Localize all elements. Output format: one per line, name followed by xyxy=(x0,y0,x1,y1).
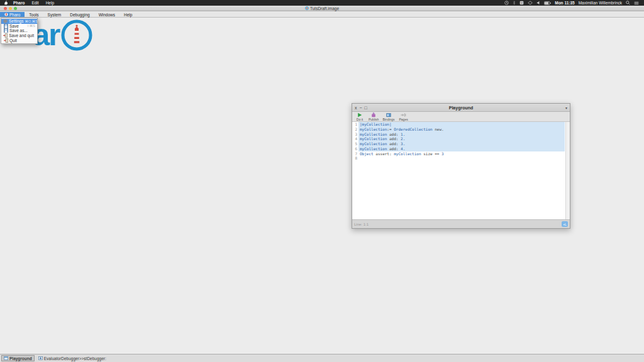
playground-window-menu-icon[interactable]: ▾ xyxy=(530,106,567,110)
line-number: 2 xyxy=(352,127,358,132)
notification-center-icon[interactable] xyxy=(634,1,639,5)
menu-item-save[interactable]: Save⇧⌘S xyxy=(1,24,37,29)
time-machine-icon[interactable] xyxy=(504,1,509,5)
macos-menu-edit[interactable]: Edit xyxy=(31,0,38,6)
code-token: myCollection xyxy=(360,127,387,131)
spotlight-search-icon[interactable] xyxy=(626,1,630,5)
minimize-window-button[interactable] xyxy=(9,7,12,10)
code-token: OrderedCollection xyxy=(394,127,432,131)
menubar-item-label: Tools xyxy=(29,13,38,17)
menubar-clock[interactable]: Mon 11:35 xyxy=(555,0,574,6)
window-titlebar: TutsDraft.image xyxy=(0,6,644,11)
menu-item-save-and-quit[interactable]: Save and quit xyxy=(1,33,37,38)
battery-icon[interactable] xyxy=(544,1,551,5)
code-token: myCollection xyxy=(394,151,421,156)
cursor-position-label: Line: 1:1 xyxy=(354,222,369,226)
menubar-username[interactable]: Maximilian Willembrinck xyxy=(579,0,622,6)
playground-toolbar: Do itPublishBindingsPages xyxy=(352,112,570,122)
code-token: myCollection xyxy=(360,136,387,141)
menu-item-shortcut: ⌘O,⌘S xyxy=(25,19,38,23)
desktop: Pharo Edit Help U Mon 11:35 Maximilian W… xyxy=(0,0,644,362)
svg-text:U: U xyxy=(521,1,523,4)
menubar-item-windows[interactable]: Windows xyxy=(94,12,119,17)
toolbar-button-label: Pages xyxy=(399,118,408,121)
menu-item-label: Save and quit xyxy=(9,33,34,38)
code-token: add: xyxy=(387,146,401,151)
input-source-icon[interactable]: U xyxy=(519,1,524,5)
code-token: 3. xyxy=(401,141,405,146)
code-text: myCollection add: 2. xyxy=(358,136,565,141)
playground-minimize-button[interactable]: − xyxy=(360,106,362,110)
toolbar-button-label: Do it xyxy=(357,118,363,121)
vertical-scrollbar[interactable] xyxy=(565,122,570,219)
code-token: add: xyxy=(387,136,401,141)
pharo-menubar: PharoToolsSystemDebuggingWindowsHelp xyxy=(0,12,644,18)
traffic-lights xyxy=(4,7,17,10)
bindings-button[interactable]: Bindings xyxy=(382,112,394,121)
menu-item-label: Save as... xyxy=(9,28,28,33)
pages-button[interactable]: Pages xyxy=(399,112,409,121)
menubar-item-system[interactable]: System xyxy=(43,12,66,17)
playground-statusbar: Line: 1:1 +L xyxy=(352,219,570,228)
code-token: size == xyxy=(421,151,442,156)
zoom-window-button[interactable] xyxy=(14,7,17,10)
code-line[interactable]: 5myCollection add: 3. xyxy=(352,141,570,146)
menu-item-label: Settings xyxy=(9,19,24,23)
code-token: myCollection xyxy=(360,132,387,136)
code-token: new. xyxy=(433,127,444,131)
code-line[interactable]: 7Object assert: myCollection size == 3 xyxy=(352,151,570,156)
macos-menu-pharo[interactable]: Pharo xyxy=(13,0,25,6)
playground-titlebar[interactable]: x − □ Playground ▾ xyxy=(352,104,570,112)
playground-close-button[interactable]: x xyxy=(355,106,357,110)
line-number: 3 xyxy=(352,132,358,137)
menubar-item-label: Debugging xyxy=(70,13,89,17)
toolbar-button-label: Bindings xyxy=(382,118,394,121)
pharo-menu-dropdown: Settings⌘O,⌘SSave⇧⌘SSave as...Save and q… xyxy=(1,18,38,44)
bluetooth-icon[interactable] xyxy=(513,1,516,5)
pharo-logo: ar xyxy=(33,19,93,52)
pharo-lighthouse-mini-icon xyxy=(4,13,8,17)
code-line[interactable]: 8 xyxy=(352,156,570,161)
code-token: Object xyxy=(360,151,374,156)
pharo-lighthouse-icon xyxy=(60,19,93,52)
playground-expand-button[interactable]: □ xyxy=(365,106,367,110)
menubar-item-help[interactable]: Help xyxy=(119,12,136,17)
menubar-item-label: System xyxy=(48,13,62,17)
code-text: myCollection:= OrderedCollection new. xyxy=(358,127,565,132)
code-line[interactable]: 4myCollection add: 2. xyxy=(352,136,570,141)
window-title-text: TutsDraft.image xyxy=(310,6,339,11)
code-text: |myCollection| xyxy=(358,122,565,127)
code-text: myCollection add: 1. xyxy=(358,132,565,137)
code-line[interactable]: 1|myCollection| xyxy=(352,122,570,127)
code-line[interactable]: 6myCollection add: 4. xyxy=(352,146,570,151)
pharo-taskbar: PlaygroundEvaluatorDebugger>>stDebugger: xyxy=(0,354,644,362)
window-icon xyxy=(4,356,8,361)
do-it-button[interactable]: Do it xyxy=(355,112,365,121)
exit-icon xyxy=(3,33,8,38)
close-window-button[interactable] xyxy=(4,7,7,10)
line-number: 6 xyxy=(352,146,358,151)
menu-item-save-as[interactable]: Save as... xyxy=(1,28,37,33)
code-line[interactable]: 3myCollection add: 1. xyxy=(352,132,570,137)
menubar-item-pharo[interactable]: Pharo xyxy=(0,12,25,17)
menubar-item-tools[interactable]: Tools xyxy=(25,12,43,17)
menu-item-quit[interactable]: Quit xyxy=(1,38,37,43)
gear-icon xyxy=(3,19,8,23)
debugger-icon xyxy=(38,356,43,361)
volume-icon[interactable] xyxy=(536,1,540,5)
menubar-item-debugging[interactable]: Debugging xyxy=(65,12,94,17)
taskbar-item-label: EvaluatorDebugger>>stDebugger: xyxy=(44,356,106,361)
publish-button[interactable]: Publish xyxy=(369,112,379,121)
macos-menu-help[interactable]: Help xyxy=(46,0,54,6)
menubar-item-label: Windows xyxy=(99,13,115,17)
playground-code-editor[interactable]: 1|myCollection|2myCollection:= OrderedCo… xyxy=(352,122,570,219)
menu-item-settings[interactable]: Settings⌘O,⌘S xyxy=(1,19,37,24)
apple-menu-icon[interactable] xyxy=(4,1,8,5)
line-toggle-button[interactable]: +L xyxy=(562,221,568,227)
window-title: TutsDraft.image xyxy=(305,6,339,11)
sidecar-icon[interactable] xyxy=(528,1,533,5)
menu-item-shortcut: ⇧⌘S xyxy=(26,24,35,28)
code-line[interactable]: 2myCollection:= OrderedCollection new. xyxy=(352,127,570,132)
taskbar-item-evaluatordebugger-stdebugger[interactable]: EvaluatorDebugger>>stDebugger: xyxy=(36,355,109,361)
taskbar-item-playground[interactable]: Playground xyxy=(1,355,35,361)
